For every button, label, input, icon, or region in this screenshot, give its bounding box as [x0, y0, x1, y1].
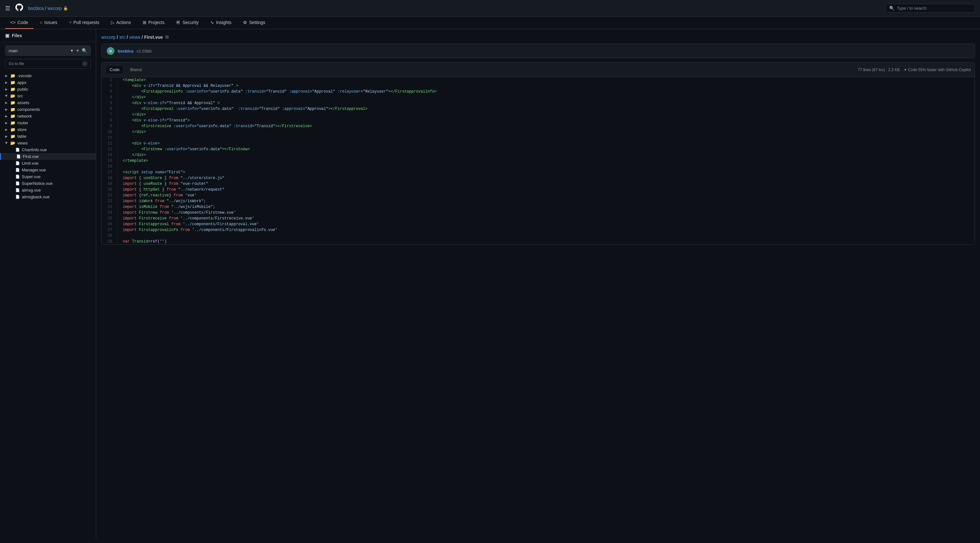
tab-settings[interactable]: ⚙ Settings: [238, 17, 270, 29]
file-icon: 📄: [15, 161, 20, 165]
tree-item-label: Manager.vue: [22, 168, 46, 172]
copy-path-button[interactable]: ⧉: [165, 34, 169, 40]
tab-projects-label: Projects: [148, 20, 165, 25]
tree-item-supernotice[interactable]: ▶ 📄 SuperNotice.vue: [0, 180, 96, 187]
search-file-icon[interactable]: 🔍: [82, 48, 87, 53]
line-number: 8: [102, 117, 118, 123]
line-number: 9: [102, 123, 118, 129]
line-code: <div v-else-if="Transid">: [118, 117, 195, 123]
line-number: 27: [102, 227, 118, 233]
code-line: 8 <div v-else-if="Transid">: [102, 117, 975, 123]
tab-insights[interactable]: ∿ Insights: [205, 17, 237, 29]
chevron-right-icon: ▶: [5, 74, 8, 78]
tree-item-chartinfo[interactable]: ▶ 📄 ChartInfo.vue: [0, 146, 96, 153]
code-line: 25 import Firstreceive from '../componen…: [102, 216, 975, 221]
line-number: 23: [102, 204, 118, 210]
code-line: 1 <template>: [102, 77, 975, 83]
avatar: b: [107, 47, 115, 55]
tree-item-first-vue[interactable]: ▶ 📄 First.vue: [0, 153, 96, 160]
tree-item-manager[interactable]: ▶ 📄 Manager.vue: [0, 167, 96, 173]
tree-item-assets[interactable]: ▶ 📁 assets: [0, 99, 96, 106]
chevron-right-icon: ▶: [5, 121, 8, 125]
lock-icon: 🔒: [63, 6, 68, 11]
tree-item-aimsg[interactable]: ▶ 📄 aimsg.vue: [0, 187, 96, 194]
tab-pr-label: Pull requests: [73, 20, 99, 25]
folder-icon: 📁: [10, 87, 15, 92]
line-code: <div v-else>: [118, 141, 165, 146]
tree-item-views[interactable]: ▶ 📂 views: [0, 140, 96, 146]
go-to-file-input[interactable]: Go to file t: [5, 59, 91, 68]
line-code: <div v-else-if="Transid && Approval" >: [118, 100, 225, 106]
folder-icon: 📁: [10, 121, 15, 125]
file-icon: 📄: [15, 148, 20, 152]
tab-actions[interactable]: ▷ Actions: [106, 17, 136, 29]
tree-item-components[interactable]: ▶ 📁 components: [0, 106, 96, 113]
code-tab-blame[interactable]: Blame: [126, 65, 146, 74]
tree-item-table[interactable]: ▶ 📁 table: [0, 133, 96, 140]
go-to-file-label: Go to file: [9, 62, 24, 66]
tree-item-label: aimsgback.vue: [22, 194, 50, 199]
commit-hash: v1.03blc: [137, 49, 152, 54]
tree-item-label: network: [18, 114, 32, 119]
branch-selector[interactable]: main ▼ + 🔍: [5, 46, 91, 56]
line-number: 22: [102, 198, 118, 204]
line-code: import { useStore } from "../store/store…: [118, 175, 229, 181]
commit-author[interactable]: bocblca: [118, 49, 134, 54]
folder-icon: 📁: [10, 114, 15, 119]
code-line: 28: [102, 233, 975, 239]
tree-item-store[interactable]: ▶ 📁 store: [0, 126, 96, 133]
breadcrumb: wxcorp / src / views / First.vue ⧉: [101, 34, 975, 40]
tab-issues-label: Issues: [44, 20, 57, 25]
breadcrumb-views[interactable]: views: [129, 35, 140, 40]
tab-code[interactable]: <> Code: [5, 17, 33, 29]
folder-icon: 📁: [10, 134, 15, 139]
search-icon: 🔍: [889, 6, 894, 11]
tree-item-label: src: [18, 94, 23, 98]
code-line: 4 </div>: [102, 95, 975, 100]
tab-insights-label: Insights: [216, 20, 231, 25]
code-viewer: Code Blame 77 lines (67 loc) · 2.2 KB ✦ …: [101, 62, 975, 245]
code-line: 24 import Firstnew from '../components/F…: [102, 210, 975, 216]
tab-pull-requests[interactable]: ⑂ Pull requests: [64, 17, 105, 29]
repo-name-link[interactable]: wxcorp: [48, 6, 62, 11]
line-code: [118, 135, 128, 141]
breadcrumb-src[interactable]: src: [119, 35, 125, 40]
tree-item-network[interactable]: ▶ 📁 network: [0, 113, 96, 119]
tree-item-label: store: [18, 127, 27, 132]
issues-icon: ○: [40, 20, 42, 25]
tree-item-router[interactable]: ▶ 📁 router: [0, 119, 96, 126]
copilot-icon: ✦: [904, 68, 907, 72]
tree-item-public[interactable]: ▶ 📁 public: [0, 86, 96, 92]
code-tab-code[interactable]: Code: [105, 65, 124, 74]
add-file-icon[interactable]: +: [76, 48, 79, 54]
tree-item-super[interactable]: ▶ 📄 Super.vue: [0, 173, 96, 180]
line-code: import Firstnew from '../components/Firs…: [118, 210, 241, 216]
line-number: 2: [102, 83, 118, 89]
tab-settings-label: Settings: [249, 20, 266, 25]
tree-item-src[interactable]: ▶ 📂 src: [0, 92, 96, 99]
chevron-right-icon: ▶: [5, 87, 8, 91]
copilot-button[interactable]: ✦ Code 55% faster with GitHub Copilot: [904, 68, 971, 72]
folder-open-icon: 📂: [10, 141, 15, 145]
tree-item-aimsgback[interactable]: ▶ 📄 aimsgback.vue: [0, 194, 96, 200]
line-number: 24: [102, 210, 118, 216]
search-bar[interactable]: 🔍 Type / to search: [885, 4, 975, 13]
tab-issues[interactable]: ○ Issues: [35, 17, 62, 29]
breadcrumb-repo[interactable]: wxcorp: [101, 35, 115, 40]
hamburger-icon[interactable]: ☰: [5, 5, 10, 12]
tree-item-limit[interactable]: ▶ 📄 Limit.vue: [0, 160, 96, 167]
tab-actions-label: Actions: [116, 20, 131, 25]
code-line: 29 var Transid=ref(''): [102, 239, 975, 245]
line-code: <Firstapproval :userinfo="userinfo.data"…: [118, 106, 372, 112]
tree-item-vscode[interactable]: ▶ 📁 .vscode: [0, 72, 96, 79]
tree-item-label: views: [18, 141, 28, 145]
tab-projects[interactable]: ⊞ Projects: [137, 17, 170, 29]
code-lines-meta: 77 lines (67 loc) · 2.2 KB: [858, 68, 900, 72]
tree-item-appx[interactable]: ▶ 📁 appx: [0, 79, 96, 86]
line-code: <Firstapprovalinfo :userinfo="userinfo.d…: [118, 89, 442, 95]
line-number: 21: [102, 192, 118, 198]
repo-owner-link[interactable]: bocblca: [28, 6, 44, 11]
line-code: import Firstreceive from '../components/…: [118, 216, 260, 221]
tab-security[interactable]: ⛨ Security: [171, 17, 204, 29]
code-line: 18 import { useStore } from "../store/st…: [102, 175, 975, 181]
